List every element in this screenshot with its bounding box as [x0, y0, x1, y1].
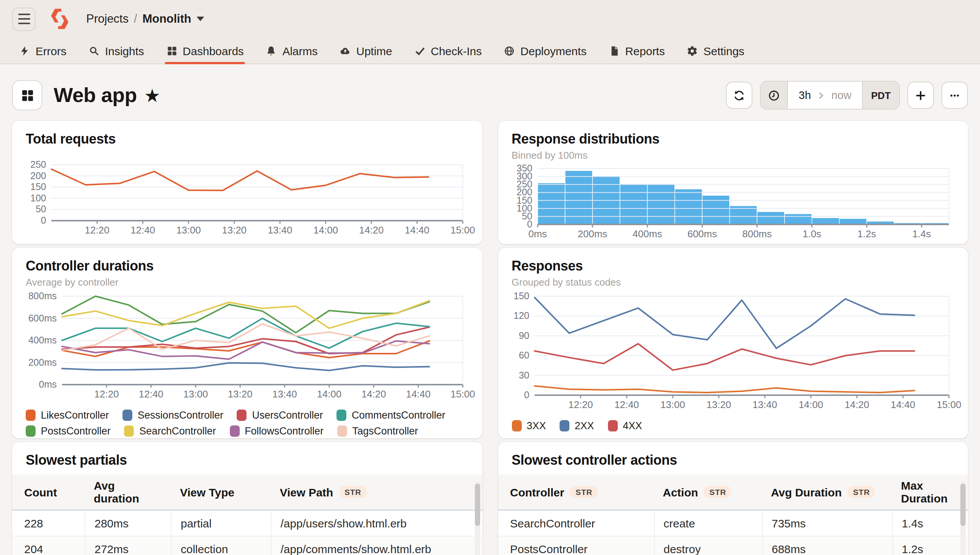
table-row[interactable]: 204272mscollection/app/comments/show.htm…	[12, 536, 482, 555]
nav-tab-dashboards[interactable]: Dashboards	[166, 38, 244, 64]
table-row[interactable]: PostsControllerdestroy688ms1.2s	[498, 536, 968, 555]
chevron-right-icon	[817, 91, 826, 99]
total-requests-chart[interactable]: 05010015020025012:2012:4013:0013:2013:40…	[26, 159, 469, 239]
legend-item-SearchController[interactable]: SearchController	[124, 425, 216, 437]
card-subtitle: Grouped by status codes	[512, 277, 954, 288]
svg-text:13:40: 13:40	[272, 388, 297, 400]
document-icon	[608, 45, 620, 56]
nav-tab-deployments[interactable]: Deployments	[504, 38, 586, 64]
legend-label: TagsController	[352, 425, 418, 437]
card-subtitle: Average by controller	[26, 277, 468, 288]
legend-item-LikesController[interactable]: LikesController	[26, 409, 109, 421]
svg-text:14:40: 14:40	[406, 388, 431, 400]
legend-label: CommentsController	[352, 409, 446, 421]
svg-text:14:00: 14:00	[314, 225, 338, 236]
more-options-button[interactable]	[941, 82, 968, 109]
column-header[interactable]: Count	[12, 475, 85, 509]
legend-item-UsersController[interactable]: UsersController	[237, 409, 323, 421]
table-scrollbar-thumb[interactable]	[475, 484, 480, 526]
legend-label: PostsController	[41, 425, 111, 437]
nav-tab-label: Check-Ins	[431, 44, 482, 57]
controller-durations-chart[interactable]: 0ms200ms400ms600ms800ms12:2012:4013:0013…	[26, 291, 469, 404]
column-header[interactable]: Avg DurationSTR	[762, 475, 892, 509]
column-header[interactable]: ActionSTR	[654, 475, 762, 509]
nav-tab-label: Dashboards	[183, 44, 244, 57]
column-header[interactable]: View Type	[171, 475, 271, 509]
slowest-partials-table: CountAvg durationView TypeView PathSTR22…	[12, 475, 482, 555]
legend-item-PostsController[interactable]: PostsController	[26, 425, 111, 437]
svg-text:13:40: 13:40	[752, 399, 777, 410]
legend-item-FollowsController[interactable]: FollowsController	[230, 425, 323, 437]
dashboard-main: Web app ★	[0, 80, 980, 555]
legend-item-3XX[interactable]: 3XX	[512, 420, 546, 431]
svg-text:90: 90	[518, 330, 529, 341]
refresh-button[interactable]	[726, 82, 753, 109]
column-header[interactable]: Max Duration	[892, 475, 968, 509]
svg-text:200: 200	[30, 170, 46, 181]
table-cell: PostsController	[498, 536, 654, 555]
add-panel-button[interactable]	[908, 82, 934, 109]
table-row[interactable]: SearchControllercreate735ms1.4s	[498, 511, 968, 536]
column-header[interactable]: View PathSTR	[271, 475, 482, 509]
responses-legend: 3XX2XX4XX	[498, 415, 968, 431]
column-header-label: Count	[24, 486, 57, 498]
time-range-display[interactable]: 3h now	[788, 82, 863, 109]
nav-tab-alarms[interactable]: Alarms	[266, 38, 318, 64]
dashboard-header: Web app ★	[12, 80, 968, 110]
legend-item-TagsController[interactable]: TagsController	[337, 425, 418, 437]
timezone-button[interactable]: PDT	[862, 82, 899, 109]
legend-item-4XX[interactable]: 4XX	[608, 420, 642, 431]
breadcrumb-project-selector[interactable]: Monolith	[143, 12, 204, 26]
table-row[interactable]: 228280mspartial/app/users/show.html.erb	[12, 511, 482, 536]
svg-text:120: 120	[513, 310, 529, 321]
app-root: Projects / Monolith ErrorsInsightsDashbo…	[0, 0, 980, 555]
svg-text:800ms: 800ms	[28, 290, 57, 301]
column-header[interactable]: ControllerSTR	[498, 475, 654, 509]
clock-segment[interactable]	[761, 82, 788, 109]
primary-nav: ErrorsInsightsDashboardsAlarmsUptimeChec…	[0, 38, 980, 64]
legend-label: 4XX	[623, 420, 642, 431]
controller-durations-legend: LikesControllerSessionsControllerUsersCo…	[12, 404, 482, 437]
response-distributions-chart[interactable]: 0501001502002503003500ms200ms400ms600ms8…	[512, 162, 955, 242]
nav-tab-insights[interactable]: Insights	[89, 38, 144, 64]
svg-text:800ms: 800ms	[742, 228, 771, 239]
column-header-label: Max Duration	[901, 479, 959, 505]
svg-text:12:20: 12:20	[85, 225, 109, 236]
nav-tab-settings[interactable]: Settings	[687, 38, 744, 64]
legend-item-2XX[interactable]: 2XX	[560, 420, 594, 431]
nav-tab-errors[interactable]: Errors	[19, 38, 66, 64]
nav-tab-check-ins[interactable]: Check-Ins	[414, 38, 482, 64]
card-slowest-controller-actions: Slowest controller actions ControllerSTR…	[498, 442, 968, 555]
table-scrollbar-thumb[interactable]	[960, 484, 966, 526]
column-header[interactable]: Avg duration	[85, 475, 171, 509]
svg-text:12:40: 12:40	[614, 399, 639, 410]
table-header-row: ControllerSTRActionSTRAvg DurationSTRMax…	[498, 475, 968, 511]
legend-swatch	[337, 425, 347, 437]
check-icon	[414, 45, 425, 56]
menu-button[interactable]	[12, 7, 35, 30]
svg-text:14:00: 14:00	[798, 399, 823, 410]
time-range-picker[interactable]: 3h now PDT	[760, 81, 900, 109]
svg-text:14:00: 14:00	[317, 388, 341, 400]
slowest-controller-actions-table: ControllerSTRActionSTRAvg DurationSTRMax…	[498, 475, 968, 555]
legend-item-CommentsController[interactable]: CommentsController	[336, 409, 446, 421]
card-title: Slowest controller actions	[512, 452, 954, 468]
nav-tab-label: Insights	[105, 44, 144, 57]
card-title: Response distributions	[512, 132, 954, 148]
breadcrumb: Projects / Monolith	[86, 12, 204, 26]
favorite-star-icon[interactable]: ★	[145, 87, 159, 105]
nav-tab-uptime[interactable]: Uptime	[340, 38, 392, 64]
card-total-requests: Total requests 05010015020025012:2012:40…	[12, 121, 482, 244]
grid-icon	[20, 88, 34, 103]
responses-chart[interactable]: 030609012015012:2012:4013:0013:2013:4014…	[512, 291, 955, 415]
plus-icon	[914, 89, 927, 102]
nav-tab-reports[interactable]: Reports	[608, 38, 665, 64]
column-header-label: Controller	[510, 486, 564, 498]
breadcrumb-projects[interactable]: Projects	[86, 12, 129, 26]
legend-item-SessionsController[interactable]: SessionsController	[122, 409, 224, 421]
dashboard-grid-button[interactable]	[12, 80, 42, 110]
legend-label: 3XX	[527, 420, 546, 431]
appsignal-logo-icon[interactable]	[48, 7, 72, 31]
column-header-label: Action	[663, 486, 698, 498]
svg-text:14:40: 14:40	[405, 225, 430, 236]
